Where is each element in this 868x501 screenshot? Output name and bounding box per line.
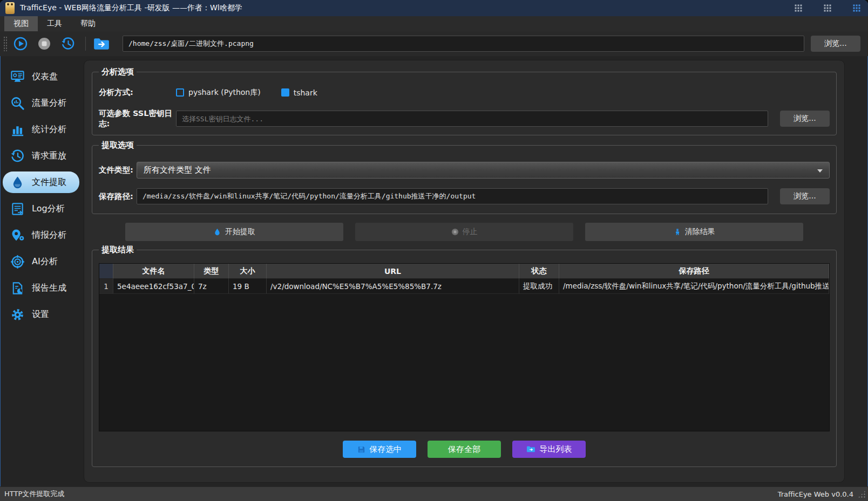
column-header-size[interactable]: 大小 — [229, 264, 267, 279]
replay-icon — [10, 149, 25, 163]
history-icon — [61, 37, 75, 51]
cell-filename: 5e4aeee162cf53a7_0.7z — [113, 279, 194, 294]
capture-file-path-input[interactable] — [123, 36, 804, 52]
sidebar-item-label: Log分析 — [32, 203, 65, 215]
log-icon — [10, 202, 25, 216]
save-all-button[interactable]: 保存全部 — [428, 441, 501, 458]
save-all-label: 保存全部 — [448, 444, 480, 455]
column-header-filename[interactable]: 文件名 — [113, 264, 194, 279]
resize-grip[interactable] — [858, 490, 866, 498]
checkbox-pyshark[interactable]: pyshark (Python库) — [176, 88, 261, 98]
menu-help[interactable]: 帮助 — [71, 16, 105, 31]
toolbar-drag-handle[interactable] — [3, 36, 8, 51]
action-button-row: 开始提取 停止 清除结果 — [92, 223, 837, 241]
sidebar-item-label: 仪表盘 — [32, 71, 58, 83]
status-message: HTTP文件提取完成 — [4, 489, 64, 499]
analysis-method-group: pyshark (Python库) tshark — [176, 88, 317, 98]
save-path-label: 保存路径: — [99, 191, 137, 202]
start-extract-label: 开始提取 — [225, 227, 255, 237]
stop-button-main[interactable]: 停止 — [355, 223, 573, 241]
analysis-options-title: 分析选项 — [99, 67, 137, 77]
stop-icon — [37, 37, 51, 51]
extract-options-groupbox: 提取选项 文件类型: 所有文件类型 文件 保存路径: 浏览... — [92, 145, 837, 214]
sidebar-item-label: AI分析 — [32, 256, 58, 267]
stop-button[interactable] — [37, 36, 52, 51]
pyshark-checkbox-box[interactable] — [176, 88, 184, 97]
column-header-savepath[interactable]: 保存路径 — [559, 264, 829, 279]
sidebar-item-label: 请求重放 — [32, 150, 66, 162]
app-window: TrafficEye - WEB网络流量分析工具 -研发版 ——作者：Wl啥都学… — [0, 0, 868, 501]
export-list-button[interactable]: 导出列表 — [512, 441, 586, 458]
export-list-label: 导出列表 — [540, 444, 572, 455]
cell-save-path: /media/zss/软件盘/win和linux共享/笔记/代码/python/… — [559, 279, 829, 294]
save-floppy-icon — [357, 445, 365, 454]
file-extract-panel: 分析选项 分析方式: pyshark (Python库) tshark — [84, 60, 845, 483]
window-maximize-dots-icon[interactable] — [824, 4, 831, 12]
export-folder-icon — [526, 445, 535, 453]
ssl-keylog-browse-button[interactable]: 浏览... — [780, 111, 830, 127]
file-type-label: 文件类型: — [99, 165, 137, 175]
cell-size: 19 B — [229, 279, 267, 294]
save-path-browse-button[interactable]: 浏览... — [780, 188, 830, 204]
file-extract-icon — [10, 175, 25, 190]
history-replay-button[interactable] — [60, 36, 76, 51]
tshark-checkbox-box[interactable] — [281, 88, 289, 97]
stop-label: 停止 — [463, 227, 478, 237]
save-button-row: 保存选中 保存全部 导出列表 — [99, 441, 830, 458]
app-version: TrafficEye Web v0.0.4 — [778, 490, 853, 498]
clear-results-button[interactable]: 清除结果 — [585, 223, 803, 241]
sidebar-item-intel-analysis[interactable]: 情报分析 — [3, 224, 79, 246]
sidebar-item-statistics[interactable]: 统计分析 — [3, 119, 79, 140]
toolbar-separator — [85, 37, 86, 51]
save-selected-button[interactable]: 保存选中 — [343, 441, 416, 458]
open-folder-icon — [93, 36, 110, 51]
clear-results-label: 清除结果 — [685, 227, 715, 237]
menu-view[interactable]: 视图 — [4, 16, 38, 31]
table-row[interactable]: 1 5e4aeee162cf53a7_0.7z 7z 19 B /v2/down… — [99, 279, 829, 294]
window-minimize-dots-icon[interactable] — [795, 4, 802, 12]
ssl-keylog-input[interactable] — [176, 111, 768, 127]
app-logo-bear-icon — [5, 2, 15, 14]
sidebar-item-file-extract[interactable]: 文件提取 — [3, 171, 79, 193]
checkbox-tshark[interactable]: tshark — [281, 88, 317, 97]
start-extract-button[interactable]: 开始提取 — [125, 223, 343, 241]
sidebar-item-label: 情报分析 — [32, 230, 66, 241]
tshark-checkbox-label: tshark — [294, 88, 317, 97]
sidebar-item-settings[interactable]: 设置 — [3, 304, 79, 325]
play-button[interactable] — [13, 36, 28, 51]
sidebar-item-ai-analysis[interactable]: AI分析 — [3, 251, 79, 272]
results-table-header: 文件名 类型 大小 URL 状态 保存路径 — [99, 264, 829, 279]
water-drop-icon — [213, 228, 221, 236]
save-path-input[interactable] — [137, 188, 768, 204]
chevron-down-icon — [817, 169, 823, 173]
sidebar-item-dashboard[interactable]: 仪表盘 — [3, 66, 79, 87]
sidebar-item-label: 流量分析 — [32, 98, 66, 109]
ssl-keylog-label: 可选参数 SSL密钥日志: — [99, 108, 176, 129]
analysis-method-label: 分析方式: — [99, 87, 176, 98]
traffic-analysis-icon — [10, 96, 25, 111]
ai-icon — [10, 255, 25, 269]
toolbar-browse-button[interactable]: 浏览... — [811, 36, 860, 52]
sidebar-item-traffic-analysis[interactable]: 流量分析 — [3, 92, 79, 114]
column-header-status[interactable]: 状态 — [519, 264, 559, 279]
open-file-button[interactable] — [92, 36, 111, 52]
window-title: TrafficEye - WEB网络流量分析工具 -研发版 ——作者：Wl啥都学 — [20, 3, 242, 13]
sidebar-item-report-generate[interactable]: 报告生成 — [3, 277, 79, 299]
window-close-dots-icon[interactable] — [853, 4, 860, 12]
sidebar-item-label: 报告生成 — [32, 283, 66, 294]
results-table[interactable]: 文件名 类型 大小 URL 状态 保存路径 1 5e4aeee162cf53a7… — [99, 263, 830, 431]
sidebar-item-label: 设置 — [32, 309, 49, 320]
column-header-url[interactable]: URL — [267, 264, 519, 279]
sidebar-item-log-analysis[interactable]: Log分析 — [3, 198, 79, 219]
menu-bar: 视图 工具 帮助 — [0, 16, 868, 31]
extract-results-groupbox: 提取结果 文件名 类型 大小 URL 状态 保存路径 1 — [92, 250, 837, 467]
dashboard-icon — [10, 70, 25, 84]
menu-tools[interactable]: 工具 — [38, 16, 71, 31]
cell-url: /v2/download/NC%E5%B7%A5%E5%85%B7.7z — [267, 279, 519, 294]
file-type-select[interactable]: 所有文件类型 文件 — [137, 162, 830, 179]
file-type-selected-value: 所有文件类型 文件 — [144, 165, 211, 175]
sidebar-item-request-replay[interactable]: 请求重放 — [3, 145, 79, 167]
analysis-options-groupbox: 分析选项 分析方式: pyshark (Python库) tshark — [92, 72, 837, 135]
save-selected-label: 保存选中 — [370, 444, 402, 455]
column-header-type[interactable]: 类型 — [194, 264, 229, 279]
